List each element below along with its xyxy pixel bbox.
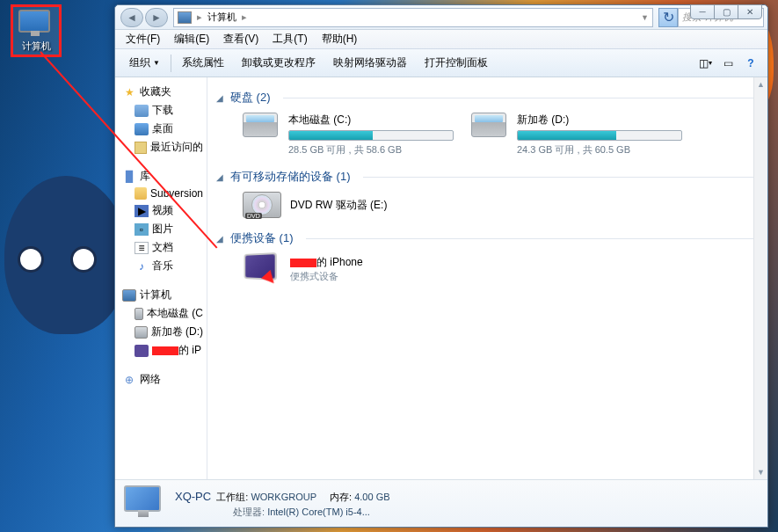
content-pane: ◢ 硬盘 (2) 本地磁盘 (C:) 28.5 GB 可用 , 共 58.6 G… xyxy=(207,77,767,479)
chevron-down-icon: ▼ xyxy=(153,59,160,67)
picture-icon: ▫ xyxy=(135,223,149,236)
device-name: DVD RW 驱动器 (E:) xyxy=(290,198,387,213)
nav-favorites[interactable]: ★收藏夹 xyxy=(115,83,207,101)
forward-button[interactable]: ► xyxy=(145,8,168,27)
address-bar[interactable]: ▸ 计算机 ▸ ▼ xyxy=(173,8,653,27)
breadcrumb-item[interactable]: 计算机 xyxy=(204,11,240,24)
phone-icon xyxy=(243,253,281,285)
dvd-drive[interactable]: DVD DVD RW 驱动器 (E:) xyxy=(243,192,759,218)
disclosure-icon: ◢ xyxy=(216,93,225,102)
explorer-window: ─ ▢ ✕ ◄ ► ▸ 计算机 ▸ ▼ ↻ 搜索 计算机 文件(F) 编辑(E)… xyxy=(114,4,768,528)
usage-bar xyxy=(517,130,682,141)
menu-tools[interactable]: 工具(T) xyxy=(265,30,314,48)
nav-subversion[interactable]: Subversion xyxy=(115,186,207,201)
nav-iphone[interactable]: 的 iP xyxy=(115,341,207,360)
download-icon xyxy=(135,105,149,117)
recent-icon xyxy=(135,142,147,154)
minimize-button[interactable]: ─ xyxy=(690,4,715,19)
nav-recent[interactable]: 最近访问的 xyxy=(115,138,207,157)
group-removable[interactable]: ◢ 有可移动存储的设备 (1) xyxy=(216,169,759,185)
drive-icon xyxy=(135,326,148,339)
disclosure-icon: ◢ xyxy=(216,172,225,181)
star-icon: ★ xyxy=(122,86,136,98)
computer-icon xyxy=(124,485,166,522)
details-computer-name: XQ-PC 工作组: WORKGROUP 内存: 4.00 GB xyxy=(175,488,390,506)
dropdown-arrow-icon[interactable]: ▼ xyxy=(641,13,649,22)
nav-desktop[interactable]: 桌面 xyxy=(115,120,207,138)
drive-c[interactable]: 本地磁盘 (C:) 28.5 GB 可用 , 共 58.6 GB xyxy=(243,113,454,157)
network-icon: ⊕ xyxy=(122,374,136,386)
drive-free-text: 28.5 GB 可用 , 共 58.6 GB xyxy=(288,143,454,157)
library-icon: ▉ xyxy=(122,171,136,183)
control-panel-button[interactable]: 打开控制面板 xyxy=(416,52,497,74)
menu-help[interactable]: 帮助(H) xyxy=(315,30,365,48)
menu-view[interactable]: 查看(V) xyxy=(216,30,265,48)
details-cpu: 处理器: Intel(R) Core(TM) i5-4... xyxy=(175,505,390,520)
drive-d[interactable]: 新加卷 (D:) 24.3 GB 可用 , 共 60.5 GB xyxy=(471,113,682,157)
menu-file[interactable]: 文件(F) xyxy=(119,30,167,48)
scroll-up-icon[interactable]: ▲ xyxy=(754,77,767,91)
details-pane: XQ-PC 工作组: WORKGROUP 内存: 4.00 GB 处理器: In… xyxy=(115,479,767,527)
chevron-right-icon[interactable]: ▸ xyxy=(195,11,204,23)
computer-icon xyxy=(18,10,54,38)
desktop-icon-computer[interactable]: 计算机 xyxy=(11,4,62,57)
phone-icon xyxy=(135,345,149,357)
scrollbar[interactable]: ▲ ▼ xyxy=(753,77,767,479)
document-icon: ≡ xyxy=(135,242,149,254)
computer-icon xyxy=(122,289,136,302)
drive-free-text: 24.3 GB 可用 , 共 60.5 GB xyxy=(517,143,682,157)
nav-computer[interactable]: 计算机 xyxy=(115,286,207,304)
redacted-text xyxy=(290,259,316,267)
preview-pane-button[interactable]: ▭ xyxy=(716,53,739,74)
folder-icon xyxy=(135,187,147,200)
drive-icon xyxy=(135,308,143,320)
maximize-button[interactable]: ▢ xyxy=(714,4,738,19)
refresh-button[interactable]: ↻ xyxy=(658,8,678,27)
redacted-text xyxy=(152,346,178,355)
drive-name: 本地磁盘 (C:) xyxy=(288,113,454,128)
close-button[interactable]: ✕ xyxy=(738,4,762,19)
view-options-button[interactable]: ◫▾ xyxy=(694,53,716,74)
scroll-down-icon[interactable]: ▼ xyxy=(754,465,767,479)
music-icon: ♪ xyxy=(135,260,149,273)
nav-drive-d[interactable]: 新加卷 (D:) xyxy=(115,323,207,341)
toolbar: 组织 ▼ 系统属性 卸载或更改程序 映射网络驱动器 打开控制面板 ◫▾ ▭ ? xyxy=(115,49,767,77)
chevron-right-icon[interactable]: ▸ xyxy=(240,11,249,23)
hard-drive-icon xyxy=(471,113,510,144)
nav-documents[interactable]: ≡文档 xyxy=(115,238,207,257)
disclosure-icon: ◢ xyxy=(216,234,225,243)
desktop-icon xyxy=(135,123,149,135)
device-subtitle: 便携式设备 xyxy=(290,270,363,283)
iphone-device[interactable]: 的 iPhone 便携式设备 xyxy=(243,253,759,285)
group-portable[interactable]: ◢ 便携设备 (1) xyxy=(216,230,759,246)
group-hard-disks[interactable]: ◢ 硬盘 (2) xyxy=(216,90,759,106)
map-drive-button[interactable]: 映射网络驱动器 xyxy=(324,52,416,74)
titlebar: ◄ ► ▸ 计算机 ▸ ▼ ↻ 搜索 计算机 xyxy=(115,5,767,30)
device-name: 的 iPhone xyxy=(290,255,363,270)
computer-icon xyxy=(178,11,192,24)
pane-splitter[interactable] xyxy=(203,77,207,479)
organize-button[interactable]: 组织 ▼ xyxy=(120,52,169,74)
nav-network[interactable]: ⊕网络 xyxy=(115,370,207,389)
system-properties-button[interactable]: 系统属性 xyxy=(173,52,233,74)
nav-pictures[interactable]: ▫图片 xyxy=(115,220,207,238)
nav-pane: ★收藏夹 下载 桌面 最近访问的 ▉库 Subversion ▶视频 ▫图片 ≡… xyxy=(115,77,207,479)
menubar: 文件(F) 编辑(E) 查看(V) 工具(T) 帮助(H) xyxy=(115,30,767,49)
menu-edit[interactable]: 编辑(E) xyxy=(167,30,216,48)
nav-libraries[interactable]: ▉库 xyxy=(115,167,207,186)
dvd-icon: DVD xyxy=(243,192,281,218)
nav-videos[interactable]: ▶视频 xyxy=(115,201,207,220)
hard-drive-icon xyxy=(243,113,281,144)
nav-drive-c[interactable]: 本地磁盘 (C xyxy=(115,304,207,323)
usage-bar xyxy=(288,130,454,141)
back-button[interactable]: ◄ xyxy=(120,8,143,27)
help-button[interactable]: ? xyxy=(739,53,762,74)
drive-name: 新加卷 (D:) xyxy=(517,113,682,128)
desktop-icon-label: 计算机 xyxy=(15,40,57,53)
video-icon: ▶ xyxy=(135,205,149,217)
nav-music[interactable]: ♪音乐 xyxy=(115,257,207,275)
uninstall-button[interactable]: 卸载或更改程序 xyxy=(233,52,324,74)
nav-downloads[interactable]: 下载 xyxy=(115,101,207,120)
